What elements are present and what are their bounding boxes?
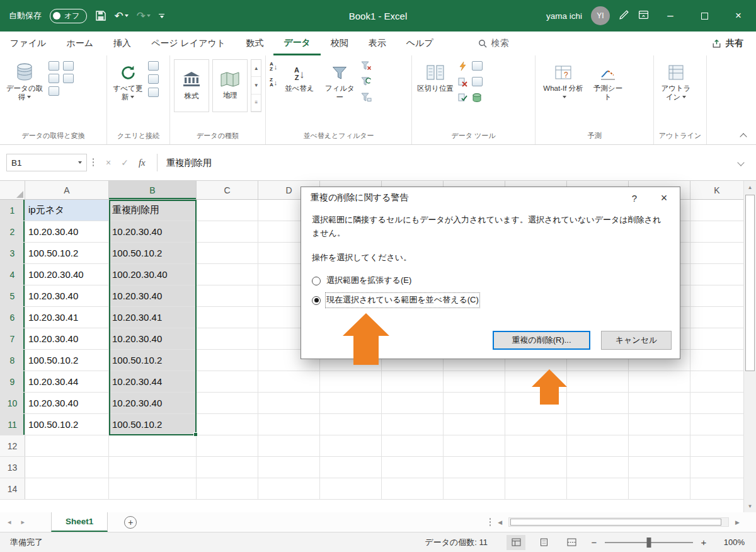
gallery-scrollbar[interactable]: ▲ ▼ ≡ xyxy=(251,59,261,112)
cell-b2[interactable]: 10.20.30.40 xyxy=(109,221,197,242)
hscroll-left-icon[interactable]: ◀ xyxy=(498,519,502,526)
row-header[interactable]: 8 xyxy=(0,350,25,371)
properties-icon[interactable] xyxy=(148,74,159,84)
cell-b14[interactable] xyxy=(109,478,197,499)
tab-view[interactable]: 表示 xyxy=(358,32,396,55)
sort-ascending-button[interactable]: AZ↓ xyxy=(270,62,277,72)
cell-a11[interactable]: 100.50.10.2 xyxy=(25,414,109,435)
cell-a12[interactable] xyxy=(25,435,109,456)
column-header-a[interactable]: A xyxy=(25,181,109,199)
flash-fill-button[interactable] xyxy=(458,61,468,74)
cell-b9[interactable]: 10.20.30.44 xyxy=(109,371,197,392)
remove-duplicates-dialog-button[interactable]: 重複の削除(R)... xyxy=(493,331,590,350)
zoom-slider[interactable] xyxy=(605,542,693,543)
gallery-down-icon[interactable]: ▼ xyxy=(251,77,261,94)
row-header[interactable]: 5 xyxy=(0,285,25,306)
data-validation-button[interactable] xyxy=(458,93,468,105)
vertical-scroll-thumb[interactable] xyxy=(745,195,755,371)
cell-a10[interactable]: 10.20.30.40 xyxy=(25,393,109,413)
cell-b4[interactable]: 100.20.30.40 xyxy=(109,264,197,285)
gallery-up-icon[interactable]: ▲ xyxy=(251,60,261,77)
edit-links-icon[interactable] xyxy=(148,88,159,97)
what-if-analysis-button[interactable]: ? What-If 分析 xyxy=(539,59,587,104)
cell-b1[interactable]: 重複削除用 xyxy=(109,200,197,221)
forecast-sheet-button[interactable]: 予測シート xyxy=(590,59,626,104)
reapply-filter-button[interactable] xyxy=(361,77,372,89)
ribbon-display-options-button[interactable] xyxy=(638,9,649,23)
cell-b10[interactable]: 10.20.30.40 xyxy=(109,393,197,413)
search-box[interactable]: 検索 xyxy=(478,32,509,55)
cell-a2[interactable]: 10.20.30.40 xyxy=(25,221,109,242)
normal-view-button[interactable] xyxy=(507,535,525,550)
row-header[interactable]: 14 xyxy=(0,478,25,499)
recent-sources-icon[interactable] xyxy=(63,61,74,71)
redo-button[interactable]: ↷ xyxy=(137,11,151,21)
radio-expand-selection[interactable]: 選択範囲を拡張する(E) xyxy=(312,274,669,287)
cell-b5[interactable]: 10.20.30.40 xyxy=(109,285,197,306)
tab-insert[interactable]: 挿入 xyxy=(103,32,141,55)
sheet-tab-sheet1[interactable]: Sheet1 xyxy=(51,512,108,532)
from-text-icon[interactable] xyxy=(49,61,59,71)
filter-button[interactable]: フィルター xyxy=(321,59,358,104)
column-header-c[interactable]: C xyxy=(197,181,258,199)
confirm-entry-icon[interactable]: ✓ xyxy=(121,158,129,168)
cell-a5[interactable]: 10.20.30.40 xyxy=(25,285,109,306)
cell-b7[interactable]: 10.20.30.40 xyxy=(109,328,197,349)
new-sheet-button[interactable]: + xyxy=(124,516,137,529)
zoom-level[interactable]: 100% xyxy=(717,538,745,547)
cell-a14[interactable] xyxy=(25,478,109,499)
clear-filter-button[interactable] xyxy=(361,61,372,73)
relationships-button[interactable] xyxy=(472,77,483,86)
empty-cells[interactable] xyxy=(197,478,743,499)
scroll-up-icon[interactable]: ▲ xyxy=(744,181,756,193)
remove-duplicates-button[interactable] xyxy=(458,77,468,89)
sheet-nav-left-icon[interactable]: ◂ xyxy=(8,518,11,526)
empty-cells[interactable] xyxy=(197,393,743,413)
row-header[interactable]: 7 xyxy=(0,328,25,349)
user-name[interactable]: yama ichi xyxy=(546,11,582,21)
close-button[interactable]: × xyxy=(726,0,751,32)
advanced-filter-button[interactable] xyxy=(361,93,372,105)
gallery-more-icon[interactable]: ≡ xyxy=(251,95,261,112)
cancel-dialog-button[interactable]: キャンセル xyxy=(601,331,672,350)
cell-a1[interactable]: ip元ネタ xyxy=(25,200,109,221)
maximize-button[interactable] xyxy=(692,0,717,32)
cell-a13[interactable] xyxy=(25,457,109,478)
tab-file[interactable]: ファイル xyxy=(0,32,56,55)
minimize-button[interactable]: – xyxy=(658,0,683,32)
expand-formula-bar-icon[interactable] xyxy=(737,159,744,166)
column-header-k[interactable]: K xyxy=(690,181,743,199)
tab-home[interactable]: ホーム xyxy=(56,32,103,55)
get-data-button[interactable]: データの取得 xyxy=(4,59,45,104)
row-header[interactable]: 6 xyxy=(0,307,25,328)
row-header[interactable]: 4 xyxy=(0,264,25,285)
cell-a9[interactable]: 10.20.30.44 xyxy=(25,371,109,392)
dialog-close-button[interactable]: × xyxy=(648,187,680,209)
refresh-all-button[interactable]: すべて更新 xyxy=(111,59,145,104)
tab-help[interactable]: ヘルプ xyxy=(396,32,444,55)
empty-cells[interactable] xyxy=(197,435,743,456)
row-header[interactable]: 11 xyxy=(0,414,25,435)
cancel-entry-icon[interactable]: × xyxy=(106,158,111,168)
avatar[interactable]: YI xyxy=(591,6,610,25)
sort-button[interactable]: AZ↓ 並べ替え xyxy=(280,59,318,95)
ink-pen-button[interactable] xyxy=(619,9,629,23)
data-model-button[interactable] xyxy=(472,93,483,105)
cell-b6[interactable]: 10.20.30.41 xyxy=(109,307,197,328)
from-web-icon[interactable] xyxy=(49,74,59,83)
undo-button[interactable]: ↶ xyxy=(115,11,129,21)
cell-b12[interactable] xyxy=(109,435,197,456)
column-header-b[interactable]: B xyxy=(109,181,197,199)
row-header[interactable]: 9 xyxy=(0,371,25,392)
autosave-toggle[interactable]: オフ xyxy=(50,9,87,23)
cell-a6[interactable]: 10.20.30.41 xyxy=(25,307,109,328)
dialog-help-button[interactable]: ? xyxy=(621,193,648,204)
cell-a7[interactable]: 10.20.30.40 xyxy=(25,328,109,349)
row-header[interactable]: 13 xyxy=(0,457,25,478)
tab-data[interactable]: データ xyxy=(273,32,321,55)
formula-bar-grip[interactable] xyxy=(92,158,94,168)
consolidate-button[interactable] xyxy=(472,61,483,71)
zoom-out-button[interactable]: − xyxy=(590,537,598,548)
insert-function-button[interactable]: fx xyxy=(139,158,146,168)
queries-connections-icon[interactable] xyxy=(148,61,159,71)
